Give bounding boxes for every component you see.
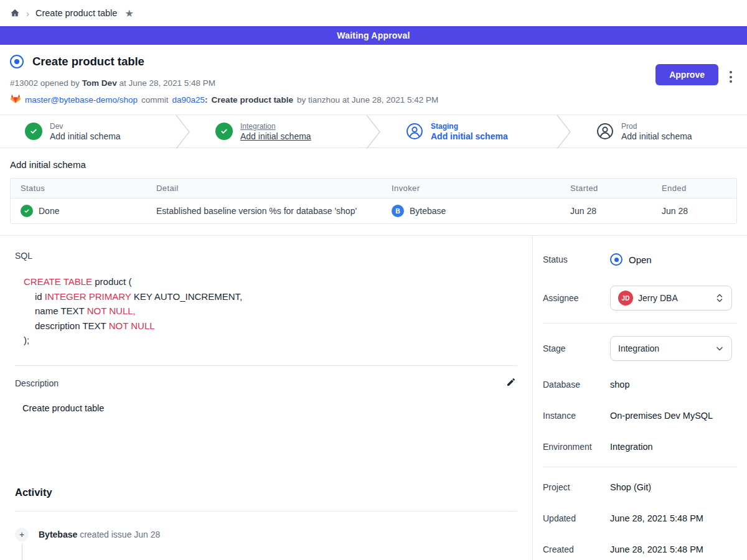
divider [15,365,517,366]
page-title: Create product table [32,55,144,68]
main-panel: SQL CREATE TABLE product (id INTEGER PRI… [0,236,533,560]
home-icon[interactable] [10,8,20,18]
column-started: Started [570,184,662,193]
activity-item: + Bytebase created issue Jun 28 [15,528,517,541]
status-row: Status Open [543,252,737,267]
environment-row: Environment Integration [543,439,737,454]
chevron-down-icon [715,344,724,353]
assignee-avatar: JD [618,291,633,306]
stage-env-label: Dev [50,122,121,131]
stage-task-label: Add initial schema [240,131,311,141]
divider [543,467,737,467]
issue-author: Tom Dev [82,78,117,88]
stage-prod[interactable]: Prod Add initial schema [571,115,747,147]
instance-row: Instance On-premises Dev MySQL [543,408,737,423]
task-detail-text: Established baseline version %s for data… [156,206,392,216]
kebab-menu-button[interactable] [727,68,735,85]
stage-label: Stage [543,343,610,353]
database-label: Database [543,380,610,390]
created-value: June 28, 2021 5:48 PM [610,544,703,554]
timeline-line [22,544,22,560]
activity-action: created issue Jun 28 [80,530,160,539]
assignee-label: Assignee [543,293,610,303]
bytebase-avatar: B [392,205,404,217]
status-label: Status [543,254,610,264]
instance-value: On-premises Dev MySQL [610,411,713,421]
status-open-icon [610,253,622,266]
stage-env-label: Staging [431,122,508,131]
description-text: Create product table [22,403,517,413]
project-label: Project [543,482,610,492]
stage-separator [366,115,381,149]
issue-open-status-icon [10,55,24,68]
project-value: Shop (Git) [610,482,651,492]
task-ended-text: Jun 28 [662,206,726,216]
task-table: Status Detail Invoker Started Ended Done… [10,178,737,224]
task-invoker-text: Bytebase [410,206,446,216]
commit-hash-link[interactable]: da90a25 [172,95,205,105]
updated-row: Updated June 28, 2021 5:48 PM [543,511,737,526]
column-invoker: Invoker [392,184,570,193]
edit-pencil-icon[interactable] [505,376,517,391]
task-heading: Add initial schema [10,159,737,170]
issue-meta-suffix: at June 28, 2021 5:48 PM [119,78,215,88]
issue-sidebar: Status Open Assignee JD Jerry DBA Stage … [533,236,747,560]
task-table-header: Status Detail Invoker Started Ended [11,179,736,198]
commit-word: commit [141,95,169,105]
favorite-star-icon[interactable]: ★ [125,7,133,19]
pipeline-stages: Dev Add initial schema Integration Add i… [0,114,747,148]
stage-task-label: Add initial schema [621,131,692,141]
stage-dev[interactable]: Dev Add initial schema [0,115,176,147]
stage-person-icon [406,123,423,140]
issue-meta: #13002 opened by Tom Dev at June 28, 202… [10,78,737,88]
stage-value: Integration [618,343,659,353]
stage-staging[interactable]: Staging Add initial schema [381,115,557,147]
done-check-icon [21,205,33,217]
activity-actor: Bytebase [39,530,77,539]
database-value: shop [610,380,629,390]
created-label: Created [543,544,610,554]
project-row: Project Shop (Git) [543,480,737,495]
approval-banner: Waiting Approval [0,26,747,45]
stage-env-label: Prod [621,122,692,131]
approve-button[interactable]: Approve [655,64,718,85]
instance-label: Instance [543,411,610,421]
environment-label: Environment [543,442,610,452]
column-detail: Detail [156,184,392,193]
issue-meta-prefix: #13002 opened by [10,78,80,88]
created-row: Created June 28, 2021 5:48 PM [543,542,737,557]
plus-icon: + [15,528,29,541]
stage-task-label: Add initial schema [50,131,121,141]
commit-separator: : [205,95,208,105]
environment-value: Integration [610,442,653,452]
task-section: Add initial schema Status Detail Invoker… [0,159,747,224]
stage-env-label: Integration [240,122,311,131]
assignee-row: Assignee JD Jerry DBA [543,286,737,310]
commit-branch-link[interactable]: master@bytebase-demo/shop [25,95,138,105]
divider [15,511,517,511]
stage-row: Stage Integration [543,336,737,361]
stage-task-label: Add initial schema [431,131,508,141]
stage-done-check-icon [25,123,42,140]
commit-info: master@bytebase-demo/shop commit da90a25… [10,93,737,106]
stage-separator [176,115,190,149]
stage-separator [557,115,571,149]
stage-select[interactable]: Integration [610,336,732,361]
activity-heading: Activity [15,487,517,498]
approval-banner-text: Waiting Approval [337,30,410,40]
description-label: Description [15,378,59,388]
assignee-select[interactable]: JD Jerry DBA [610,286,732,310]
breadcrumb: › Create product table ★ [0,0,747,26]
status-value: Open [629,254,652,265]
sql-label: SQL [15,251,517,261]
commit-byline: by tianzhou at June 28, 2021 5:42 PM [297,95,438,105]
breadcrumb-page-title: Create product table [35,8,117,18]
task-status-text: Done [39,206,59,216]
assignee-value: Jerry DBA [638,293,678,303]
sql-code-block: CREATE TABLE product (id INTEGER PRIMARY… [24,274,517,348]
stage-done-check-icon [215,123,233,140]
column-ended: Ended [662,184,726,193]
gitlab-icon [10,93,21,106]
issue-header: Create product table #13002 opened by To… [0,45,747,114]
stage-integration[interactable]: Integration Add initial schema [190,115,366,147]
